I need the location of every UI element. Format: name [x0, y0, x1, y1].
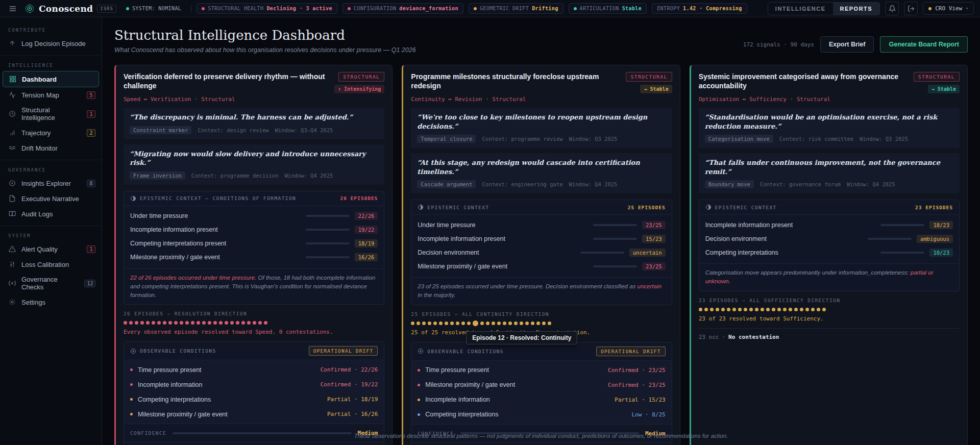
- insight-card-programme-milestones[interactable]: Programme milestones structurally forecl…: [402, 65, 680, 445]
- generate-board-report-button[interactable]: Generate Board Report: [880, 36, 968, 53]
- episode-dot[interactable]: [197, 321, 200, 325]
- episode-dot[interactable]: [422, 322, 426, 325]
- episode-dot[interactable]: [800, 308, 803, 311]
- insight-card-verification-deferred[interactable]: Verification deferred to preserve delive…: [114, 65, 393, 445]
- episode-dot[interactable]: [514, 322, 518, 325]
- episode-dot[interactable]: [508, 322, 512, 325]
- episode-dot[interactable]: [258, 321, 262, 325]
- episode-dot[interactable]: [236, 321, 239, 325]
- sidebar-item-structural-intelligence[interactable]: Structural Intelligence 1: [0, 103, 102, 125]
- episode-dot[interactable]: [738, 308, 742, 311]
- episode-dot[interactable]: [191, 321, 194, 325]
- episode-dot[interactable]: [247, 321, 251, 325]
- episode-dot[interactable]: [704, 308, 708, 311]
- episode-dot[interactable]: [202, 321, 206, 325]
- episode-dot[interactable]: [445, 322, 448, 325]
- episode-dot[interactable]: [817, 308, 820, 311]
- episode-dot[interactable]: [710, 308, 714, 311]
- sidebar-item-loss-calibration[interactable]: Loss Calibration: [0, 257, 102, 272]
- episode-dot[interactable]: [264, 321, 267, 325]
- sidebar-item-alert-quality[interactable]: Alert Quality 1: [0, 241, 102, 257]
- episode-dot[interactable]: [486, 322, 489, 325]
- episode-dot[interactable]: [716, 308, 719, 311]
- episode-dot[interactable]: [520, 322, 523, 325]
- episode-dot[interactable]: [180, 321, 183, 325]
- episode-dot[interactable]: [536, 322, 540, 325]
- quote-text: “Migrating now would slow delivery and i…: [130, 150, 378, 167]
- episode-dot[interactable]: [241, 321, 245, 325]
- sidebar-item-log-decision-episode[interactable]: Log Decision Episode: [0, 36, 102, 51]
- episode-dot[interactable]: [163, 321, 166, 325]
- episode-dot[interactable]: [732, 308, 736, 311]
- episode-dot[interactable]: [456, 322, 459, 325]
- sidebar-item-executive-narrative[interactable]: Executive Narrative: [0, 191, 102, 206]
- episode-dot[interactable]: [542, 322, 546, 325]
- episode-dot[interactable]: [794, 308, 798, 311]
- episode-dot[interactable]: [416, 322, 420, 325]
- episode-dot[interactable]: [822, 308, 826, 311]
- episode-dot[interactable]: [140, 321, 144, 325]
- episode-dot[interactable]: [772, 308, 775, 311]
- episode-dot[interactable]: [461, 322, 465, 325]
- episode-dot[interactable]: [761, 308, 764, 311]
- episode-dot[interactable]: [480, 322, 484, 325]
- episode-dot[interactable]: [467, 322, 471, 325]
- episode-dot[interactable]: [174, 321, 178, 325]
- episode-dot[interactable]: [811, 308, 815, 311]
- episode-dot[interactable]: [548, 322, 551, 325]
- tab-reports[interactable]: REPORTS: [833, 3, 880, 15]
- episode-dot[interactable]: [129, 321, 133, 325]
- episode-dot[interactable]: [185, 321, 189, 325]
- notifications-button[interactable]: [885, 2, 899, 15]
- episode-dot[interactable]: [531, 322, 534, 325]
- episode-dot[interactable]: [492, 322, 495, 325]
- insight-card-systemic-improvement[interactable]: Systemic improvement categorised away fr…: [690, 65, 968, 445]
- tab-intelligence[interactable]: INTELLIGENCE: [768, 3, 833, 15]
- episode-dot[interactable]: [439, 322, 443, 325]
- episode-dot[interactable]: [749, 308, 753, 311]
- episode-dot[interactable]: [124, 321, 127, 325]
- episode-dot[interactable]: [789, 308, 792, 311]
- episode-dot[interactable]: [152, 321, 155, 325]
- sidebar-item-tension-map[interactable]: Tension Map 5: [0, 87, 102, 103]
- episode-dot[interactable]: [727, 308, 730, 311]
- sidebar-item-dashboard[interactable]: Dashboard: [3, 71, 99, 87]
- episode-dot[interactable]: [433, 322, 437, 325]
- episode-dot[interactable]: [744, 308, 747, 311]
- episode-dot[interactable]: [157, 321, 161, 325]
- episode-dot[interactable]: [473, 320, 478, 326]
- episode-dot[interactable]: [253, 321, 256, 325]
- export-button[interactable]: [904, 2, 918, 15]
- sidebar-item-settings[interactable]: Settings: [0, 294, 102, 310]
- episode-dot[interactable]: [721, 308, 725, 311]
- export-brief-button[interactable]: Export Brief: [820, 36, 874, 53]
- sidebar-item-governance-checks[interactable]: Governance Checks 12: [0, 272, 102, 294]
- episode-dot[interactable]: [146, 321, 150, 325]
- episode-dot[interactable]: [450, 322, 454, 325]
- episode-dot[interactable]: [699, 308, 702, 311]
- episode-dot[interactable]: [225, 321, 228, 325]
- sidebar-item-audit-logs[interactable]: Audit Logs: [0, 206, 102, 221]
- menu-icon[interactable]: [6, 2, 19, 15]
- sidebar-item-drift-monitor[interactable]: Drift Monitor: [0, 140, 102, 156]
- brand[interactable]: Conoscend ISRS: [24, 4, 116, 14]
- sidebar-item-insights-explorer[interactable]: Insights Explorer 8: [0, 176, 102, 191]
- sidebar-item-trajectory[interactable]: Trajectory 2: [0, 125, 102, 140]
- role-view-selector[interactable]: CRO View ▾: [923, 2, 974, 15]
- episode-dot[interactable]: [135, 321, 138, 325]
- episode-dot[interactable]: [428, 322, 431, 325]
- episode-dot[interactable]: [219, 321, 223, 325]
- episode-dot[interactable]: [525, 322, 529, 325]
- episode-dot[interactable]: [230, 321, 234, 325]
- episode-dot[interactable]: [497, 322, 501, 325]
- episode-dot[interactable]: [755, 308, 758, 311]
- episode-dot[interactable]: [503, 322, 506, 325]
- episode-dot[interactable]: [766, 308, 770, 311]
- episode-dot[interactable]: [213, 321, 217, 325]
- episode-dot[interactable]: [168, 321, 172, 325]
- episode-dot[interactable]: [783, 308, 787, 311]
- episode-dot[interactable]: [805, 308, 809, 311]
- episode-dot[interactable]: [411, 322, 414, 325]
- episode-dot[interactable]: [208, 321, 211, 325]
- episode-dot[interactable]: [777, 308, 781, 311]
